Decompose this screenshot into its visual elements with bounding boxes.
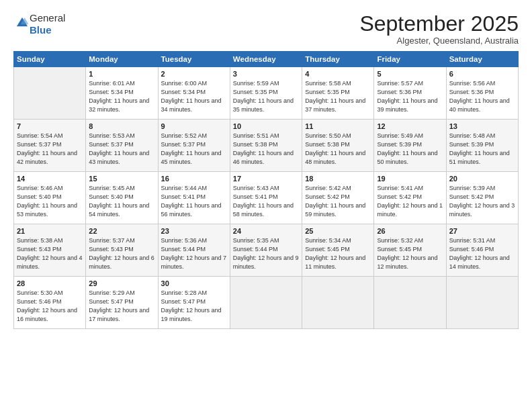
day-number: 4: [305, 70, 371, 78]
day-number: 17: [233, 175, 299, 183]
day-cell: 20Sunrise: 5:39 AMSunset: 5:42 PMDayligh…: [446, 172, 518, 224]
day-number: 13: [449, 122, 515, 130]
day-info: Sunrise: 5:50 AMSunset: 5:38 PMDaylight:…: [305, 132, 371, 167]
day-cell: 9Sunrise: 5:52 AMSunset: 5:37 PMDaylight…: [158, 120, 230, 172]
day-info: Sunrise: 5:45 AMSunset: 5:40 PMDaylight:…: [89, 184, 154, 219]
day-number: 29: [89, 279, 154, 287]
logo-general: General: [30, 12, 65, 24]
day-cell: 3Sunrise: 5:59 AMSunset: 5:35 PMDaylight…: [230, 67, 302, 120]
day-number: 16: [161, 175, 227, 183]
day-number: 18: [305, 175, 371, 183]
week-row-2: 7Sunrise: 5:54 AMSunset: 5:37 PMDaylight…: [14, 120, 519, 172]
day-info: Sunrise: 5:59 AMSunset: 5:35 PMDaylight:…: [233, 79, 299, 114]
day-cell: 26Sunrise: 5:32 AMSunset: 5:45 PMDayligh…: [374, 224, 446, 277]
day-number: 14: [17, 175, 83, 183]
day-info: Sunrise: 5:30 AMSunset: 5:46 PMDaylight:…: [17, 289, 83, 324]
day-info: Sunrise: 5:28 AMSunset: 5:47 PMDaylight:…: [161, 289, 227, 324]
col-header-wednesday: Wednesday: [230, 52, 302, 67]
day-info: Sunrise: 5:54 AMSunset: 5:37 PMDaylight:…: [17, 132, 83, 167]
day-cell: [446, 277, 518, 329]
day-info: Sunrise: 5:38 AMSunset: 5:43 PMDaylight:…: [17, 236, 83, 271]
day-cell: 5Sunrise: 5:57 AMSunset: 5:36 PMDaylight…: [374, 67, 446, 120]
day-info: Sunrise: 5:39 AMSunset: 5:42 PMDaylight:…: [449, 184, 515, 219]
day-cell: 15Sunrise: 5:45 AMSunset: 5:40 PMDayligh…: [86, 172, 158, 224]
day-info: Sunrise: 5:57 AMSunset: 5:36 PMDaylight:…: [377, 79, 443, 114]
col-header-tuesday: Tuesday: [158, 52, 230, 67]
day-info: Sunrise: 5:36 AMSunset: 5:44 PMDaylight:…: [161, 236, 227, 271]
day-number: 3: [233, 70, 299, 78]
day-number: 9: [161, 122, 227, 130]
day-number: 27: [449, 227, 515, 235]
day-cell: 4Sunrise: 5:58 AMSunset: 5:35 PMDaylight…: [302, 67, 374, 120]
day-cell: 2Sunrise: 6:00 AMSunset: 5:34 PMDaylight…: [158, 67, 230, 120]
week-row-3: 14Sunrise: 5:46 AMSunset: 5:40 PMDayligh…: [14, 172, 519, 224]
day-info: Sunrise: 6:00 AMSunset: 5:34 PMDaylight:…: [161, 79, 227, 114]
day-cell: [230, 277, 302, 329]
day-info: Sunrise: 5:58 AMSunset: 5:35 PMDaylight:…: [305, 79, 371, 114]
header-row: SundayMondayTuesdayWednesdayThursdayFrid…: [14, 52, 519, 67]
day-number: 21: [17, 227, 83, 235]
day-info: Sunrise: 5:41 AMSunset: 5:42 PMDaylight:…: [377, 184, 443, 219]
day-cell: 30Sunrise: 5:28 AMSunset: 5:47 PMDayligh…: [158, 277, 230, 329]
day-info: Sunrise: 5:43 AMSunset: 5:41 PMDaylight:…: [233, 184, 299, 219]
col-header-saturday: Saturday: [446, 52, 518, 67]
day-number: 6: [449, 70, 515, 78]
day-cell: 22Sunrise: 5:37 AMSunset: 5:43 PMDayligh…: [86, 224, 158, 277]
calendar-table: SundayMondayTuesdayWednesdayThursdayFrid…: [13, 51, 519, 329]
day-info: Sunrise: 5:31 AMSunset: 5:46 PMDaylight:…: [449, 236, 515, 271]
day-number: 15: [89, 175, 154, 183]
day-info: Sunrise: 5:51 AMSunset: 5:38 PMDaylight:…: [233, 132, 299, 167]
day-cell: 28Sunrise: 5:30 AMSunset: 5:46 PMDayligh…: [14, 277, 86, 329]
logo: General Blue: [13, 12, 65, 36]
day-cell: 1Sunrise: 6:01 AMSunset: 5:34 PMDaylight…: [86, 67, 158, 120]
day-number: 26: [377, 227, 443, 235]
header: General Blue September 2025 Algester, Qu…: [13, 12, 519, 46]
day-info: Sunrise: 5:44 AMSunset: 5:41 PMDaylight:…: [161, 184, 227, 219]
day-number: 24: [233, 227, 299, 235]
day-cell: 17Sunrise: 5:43 AMSunset: 5:41 PMDayligh…: [230, 172, 302, 224]
logo-blue: Blue: [30, 24, 65, 36]
day-cell: [302, 277, 374, 329]
day-number: 19: [377, 175, 443, 183]
day-info: Sunrise: 5:49 AMSunset: 5:39 PMDaylight:…: [377, 132, 443, 167]
day-cell: 27Sunrise: 5:31 AMSunset: 5:46 PMDayligh…: [446, 224, 518, 277]
day-number: 12: [377, 122, 443, 130]
day-cell: 16Sunrise: 5:44 AMSunset: 5:41 PMDayligh…: [158, 172, 230, 224]
day-info: Sunrise: 5:56 AMSunset: 5:36 PMDaylight:…: [449, 79, 515, 114]
day-cell: 10Sunrise: 5:51 AMSunset: 5:38 PMDayligh…: [230, 120, 302, 172]
month-title: September 2025: [359, 12, 519, 36]
col-header-sunday: Sunday: [14, 52, 86, 67]
logo-icon: [15, 15, 30, 30]
day-number: 11: [305, 122, 371, 130]
day-cell: 29Sunrise: 5:29 AMSunset: 5:47 PMDayligh…: [86, 277, 158, 329]
day-number: 10: [233, 122, 299, 130]
day-cell: [374, 277, 446, 329]
day-number: 7: [17, 122, 83, 130]
day-cell: 25Sunrise: 5:34 AMSunset: 5:45 PMDayligh…: [302, 224, 374, 277]
week-row-1: 1Sunrise: 6:01 AMSunset: 5:34 PMDaylight…: [14, 67, 519, 120]
day-info: Sunrise: 5:52 AMSunset: 5:37 PMDaylight:…: [161, 132, 227, 167]
day-cell: 6Sunrise: 5:56 AMSunset: 5:36 PMDaylight…: [446, 67, 518, 120]
day-number: 28: [17, 279, 83, 287]
day-cell: 11Sunrise: 5:50 AMSunset: 5:38 PMDayligh…: [302, 120, 374, 172]
week-row-5: 28Sunrise: 5:30 AMSunset: 5:46 PMDayligh…: [14, 277, 519, 329]
day-info: Sunrise: 6:01 AMSunset: 5:34 PMDaylight:…: [89, 79, 154, 114]
page: General Blue September 2025 Algester, Qu…: [0, 0, 532, 411]
day-info: Sunrise: 5:48 AMSunset: 5:39 PMDaylight:…: [449, 132, 515, 167]
day-cell: 18Sunrise: 5:42 AMSunset: 5:42 PMDayligh…: [302, 172, 374, 224]
day-cell: 8Sunrise: 5:53 AMSunset: 5:37 PMDaylight…: [86, 120, 158, 172]
day-number: 20: [449, 175, 515, 183]
day-info: Sunrise: 5:29 AMSunset: 5:47 PMDaylight:…: [89, 289, 154, 324]
day-number: 22: [89, 227, 154, 235]
day-number: 8: [89, 122, 154, 130]
week-row-4: 21Sunrise: 5:38 AMSunset: 5:43 PMDayligh…: [14, 224, 519, 277]
day-info: Sunrise: 5:34 AMSunset: 5:45 PMDaylight:…: [305, 236, 371, 271]
col-header-friday: Friday: [374, 52, 446, 67]
title-block: September 2025 Algester, Queensland, Aus…: [359, 12, 519, 46]
day-cell: 23Sunrise: 5:36 AMSunset: 5:44 PMDayligh…: [158, 224, 230, 277]
day-cell: 19Sunrise: 5:41 AMSunset: 5:42 PMDayligh…: [374, 172, 446, 224]
day-info: Sunrise: 5:42 AMSunset: 5:42 PMDaylight:…: [305, 184, 371, 219]
day-cell: 24Sunrise: 5:35 AMSunset: 5:44 PMDayligh…: [230, 224, 302, 277]
day-cell: 13Sunrise: 5:48 AMSunset: 5:39 PMDayligh…: [446, 120, 518, 172]
col-header-thursday: Thursday: [302, 52, 374, 67]
